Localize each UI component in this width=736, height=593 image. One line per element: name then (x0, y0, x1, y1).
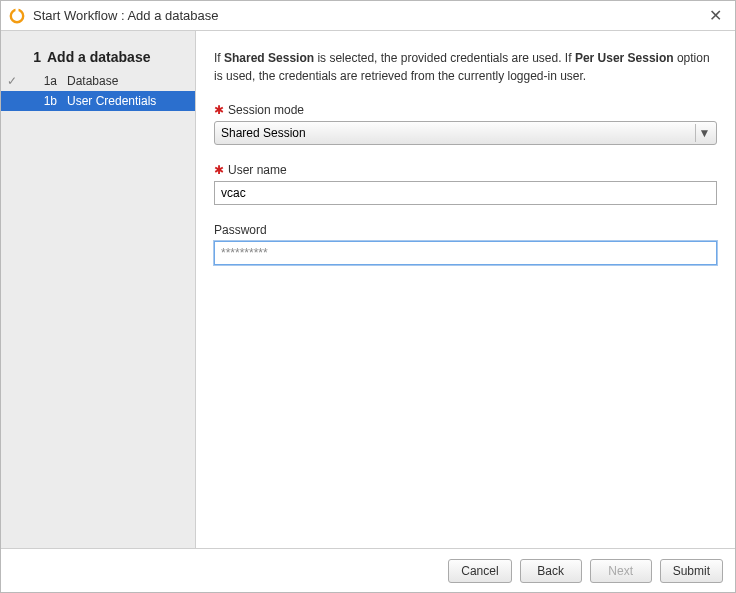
wizard-step-id: 1b (23, 94, 57, 108)
wizard-step-root-label: Add a database (47, 49, 150, 65)
intro-bold: Shared Session (224, 51, 314, 65)
wizard-step-label: User Credentials (67, 94, 156, 108)
password-input[interactable] (214, 241, 717, 265)
label-text: Session mode (228, 103, 304, 117)
username-input[interactable] (214, 181, 717, 205)
label-text: User name (228, 163, 287, 177)
wizard-content: If Shared Session is selected, the provi… (196, 31, 735, 548)
wizard-step-user-credentials[interactable]: 1b User Credentials (1, 91, 195, 111)
wizard-step-database[interactable]: ✓ 1a Database (1, 71, 195, 91)
close-icon[interactable]: ✕ (705, 6, 725, 25)
session-mode-label: ✱ Session mode (214, 103, 717, 117)
wizard-sidebar: 1Add a database ✓ 1a Database 1b User Cr… (1, 31, 196, 548)
password-label: Password (214, 223, 717, 237)
check-icon: ✓ (1, 74, 23, 88)
submit-button[interactable]: Submit (660, 559, 723, 583)
wizard-step-id: 1a (23, 74, 57, 88)
intro-seg: If (214, 51, 224, 65)
session-mode-select[interactable]: Shared Session (214, 121, 717, 145)
session-mode-select-wrap: Shared Session ▼ (214, 121, 717, 145)
intro-seg: is selected, the provided credentials ar… (314, 51, 575, 65)
dialog: Start Workflow : Add a database ✕ 1Add a… (0, 0, 736, 593)
app-logo-icon (9, 8, 25, 24)
label-text: Password (214, 223, 267, 237)
svg-point-0 (11, 9, 23, 21)
back-button[interactable]: Back (520, 559, 582, 583)
wizard-step-root-num: 1 (11, 49, 41, 65)
dialog-footer: Cancel Back Next Submit (1, 548, 735, 592)
dialog-title: Start Workflow : Add a database (33, 8, 705, 23)
dialog-body: 1Add a database ✓ 1a Database 1b User Cr… (1, 31, 735, 548)
titlebar: Start Workflow : Add a database ✕ (1, 1, 735, 31)
next-button[interactable]: Next (590, 559, 652, 583)
required-asterisk-icon: ✱ (214, 164, 224, 176)
svg-rect-1 (16, 8, 19, 12)
required-asterisk-icon: ✱ (214, 104, 224, 116)
wizard-step-root: 1Add a database (1, 43, 195, 71)
intro-text: If Shared Session is selected, the provi… (214, 49, 717, 85)
wizard-step-label: Database (67, 74, 118, 88)
intro-bold: Per User Session (575, 51, 674, 65)
username-label: ✱ User name (214, 163, 717, 177)
cancel-button[interactable]: Cancel (448, 559, 511, 583)
